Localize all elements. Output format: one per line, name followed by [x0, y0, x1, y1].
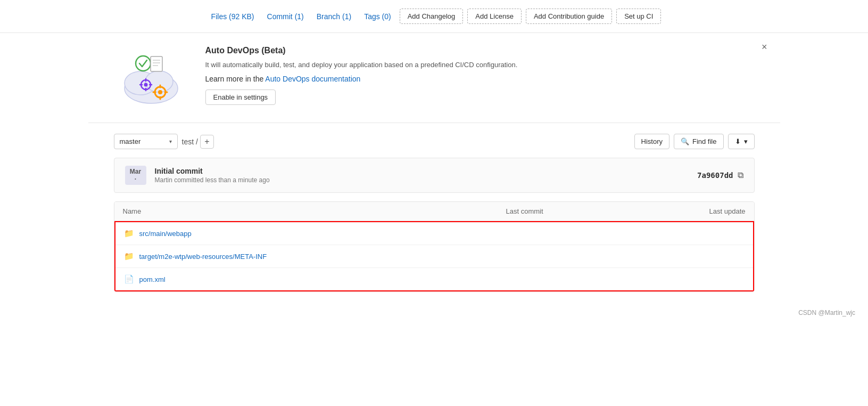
- commit-link[interactable]: Commit (1): [263, 10, 308, 23]
- find-file-btn[interactable]: 🔍 Find file: [674, 134, 724, 149]
- search-icon: 🔍: [681, 137, 689, 145]
- col-commit-header: Last commit: [506, 207, 639, 215]
- files-link[interactable]: Files (92 KB): [207, 10, 259, 23]
- svg-rect-16: [151, 56, 162, 71]
- path-nav: test / +: [182, 135, 214, 149]
- history-btn[interactable]: History: [634, 134, 669, 149]
- branch-link[interactable]: Branch (1): [312, 10, 356, 23]
- svg-point-4: [158, 90, 162, 94]
- col-update-header: Last update: [639, 207, 746, 215]
- setup-ci-btn[interactable]: Set up CI: [616, 9, 661, 24]
- col-name-header: Name: [123, 207, 506, 215]
- copy-hash-btn[interactable]: ⧉: [738, 170, 743, 180]
- table-row: 📁target/m2e-wtp/web-resources/META-INF: [115, 245, 753, 268]
- dropdown-arrow-icon: ▾: [744, 137, 748, 145]
- banner-link-row: Learn more in the Auto DevOps documentat…: [205, 75, 755, 83]
- toolbar-right: History 🔍 Find file ⬇ ▾: [634, 134, 755, 149]
- file-list-container: 📁src/main/webapp📁target/m2e-wtp/web-reso…: [114, 221, 754, 291]
- file-icon: 📄: [124, 274, 134, 284]
- add-changelog-btn[interactable]: Add Changelog: [400, 9, 464, 24]
- chevron-down-icon: ▾: [169, 139, 172, 144]
- svg-point-10: [144, 83, 147, 87]
- folder-icon: 📁: [124, 229, 134, 238]
- download-btn[interactable]: ⬇ ▾: [728, 134, 755, 149]
- commit-author-info: Martin committed less than a minute ago: [155, 176, 698, 184]
- table-row: 📁src/main/webapp: [115, 222, 753, 245]
- file-table: Name Last commit Last update 📁src/main/w…: [114, 201, 755, 292]
- banner-title: Auto DevOps (Beta): [205, 46, 755, 55]
- banner-close-btn[interactable]: ×: [762, 42, 767, 53]
- path-text: test /: [182, 137, 198, 146]
- add-license-btn[interactable]: Add License: [467, 9, 522, 24]
- add-path-btn[interactable]: +: [200, 135, 214, 149]
- commit-message[interactable]: Initial commit: [155, 167, 698, 175]
- download-icon: ⬇: [735, 137, 741, 145]
- table-row: 📄pom.xml: [115, 268, 753, 290]
- banner-illustration: [114, 46, 188, 110]
- auto-devops-docs-link[interactable]: Auto DevOps documentation: [265, 75, 360, 83]
- folder-icon: 📁: [124, 251, 134, 261]
- commit-hash-area: 7a9607dd ⧉: [697, 170, 743, 180]
- banner-description: It will automatically build, test, and d…: [205, 60, 755, 70]
- branch-name: master: [120, 137, 141, 145]
- svg-point-15: [136, 56, 151, 71]
- commit-info-box: Mar · Initial commit Martin committed le…: [114, 158, 755, 193]
- auto-devops-banner: Auto DevOps (Beta) It will automatically…: [88, 33, 780, 123]
- file-name[interactable]: pom.xml: [139, 275, 745, 283]
- repo-area: master ▾ test / + History 🔍 Find file ⬇ …: [88, 123, 780, 303]
- repo-toolbar: master ▾ test / + History 🔍 Find file ⬇ …: [114, 134, 755, 149]
- top-nav: Files (92 KB) Commit (1) Branch (1) Tags…: [0, 0, 868, 33]
- add-contribution-btn[interactable]: Add Contribution guide: [526, 9, 612, 24]
- banner-text: Auto DevOps (Beta) It will automatically…: [205, 46, 755, 105]
- commit-date-badge: Mar ·: [125, 166, 146, 185]
- tags-link[interactable]: Tags (0): [360, 10, 395, 23]
- file-name[interactable]: target/m2e-wtp/web-resources/META-INF: [139, 253, 745, 261]
- commit-hash[interactable]: 7a9607dd: [697, 171, 733, 180]
- commit-details: Initial commit Martin committed less tha…: [155, 167, 698, 184]
- watermark: CSDN @Martin_wjc: [0, 303, 868, 323]
- branch-selector[interactable]: master ▾: [114, 134, 178, 149]
- enable-settings-btn[interactable]: Enable in settings: [205, 90, 276, 105]
- file-name[interactable]: src/main/webapp: [139, 230, 745, 238]
- file-table-header: Name Last commit Last update: [114, 202, 754, 221]
